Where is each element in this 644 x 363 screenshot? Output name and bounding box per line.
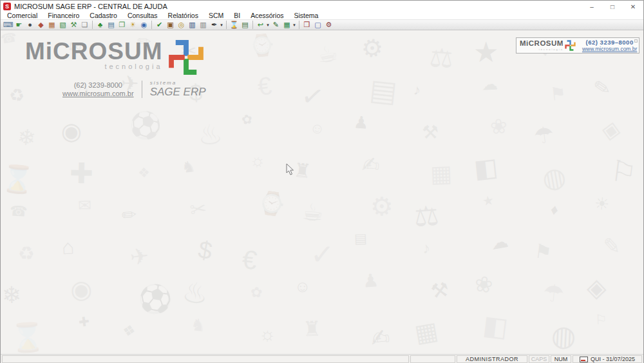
watermark-icon: ★: [473, 35, 498, 68]
watermark-icon: ♨: [180, 274, 211, 311]
grid-calendar-icon[interactable]: ▦: [281, 20, 292, 30]
system-name: SAGE ERP: [150, 86, 206, 99]
menu-item-comercial[interactable]: Comercial: [2, 12, 43, 19]
clock-coin-icon[interactable]: ⌛: [229, 20, 240, 30]
watermark-icon: ✓: [310, 237, 335, 271]
globe-icon[interactable]: ◉: [138, 20, 149, 30]
menu-item-bi[interactable]: BI: [229, 12, 245, 19]
monitor-cancel-icon[interactable]: ▢: [312, 20, 323, 30]
cart-icon[interactable]: ◆: [35, 20, 46, 30]
menu-item-scm[interactable]: SCM: [204, 12, 229, 19]
watermark-icon: ⚙: [370, 191, 393, 221]
settings-cancel-icon[interactable]: ⚙: [323, 20, 334, 30]
watermark-icon: ☎: [1, 30, 18, 47]
menu-item-acessorios[interactable]: Acessórios: [245, 12, 289, 19]
brand-website-link[interactable]: www.microsum.com.br: [62, 90, 134, 97]
watermark-icon: ✂: [188, 196, 208, 222]
gamepad-icon[interactable]: ⚒: [68, 20, 79, 30]
app-logo-icon: S: [3, 3, 11, 10]
watermark-icon: ❖: [121, 321, 137, 340]
toolbar-separator: [226, 21, 227, 29]
watermark-icon: ⚒: [430, 277, 451, 304]
watermark-icon: ☺: [294, 277, 311, 296]
watermark-icon: ✏: [121, 204, 138, 226]
watermark-icon: ♨: [196, 117, 224, 152]
status-date: QUI - 31/07/2025: [573, 355, 642, 363]
printer-cancel-icon[interactable]: ❒: [301, 20, 312, 30]
computer-icon[interactable]: ⌨: [3, 20, 14, 30]
status-user: ADMINISTRADOR: [457, 355, 527, 363]
dropdown-arrow-icon[interactable]: ▼: [266, 23, 270, 27]
watermark-icon: ⚖: [413, 199, 440, 233]
package-icon[interactable]: ▦: [46, 20, 57, 30]
maximize-button[interactable]: □: [602, 1, 623, 12]
watermark-icon: ◧: [473, 152, 499, 184]
watermark-icon: ✈: [129, 242, 151, 270]
box-icon[interactable]: ▣: [165, 20, 176, 30]
watermark-icon: ✓: [299, 79, 327, 113]
system-label: sistema: [150, 80, 206, 86]
watermark-icon: ♪: [413, 82, 421, 99]
watermark-icon: ⚐: [609, 153, 639, 191]
watermark-icon: €: [256, 72, 273, 101]
watermark-icon: ♟: [362, 270, 379, 292]
watermark-icon: ❀: [489, 113, 508, 139]
note-icon: [634, 39, 638, 43]
badge-website-link[interactable]: www.microsum.com.br: [582, 46, 637, 52]
document-clock-icon[interactable]: ❏: [79, 20, 90, 30]
folder-icon[interactable]: ▧: [57, 20, 68, 30]
watermark-icon: ♪: [422, 239, 431, 257]
hand-coin-icon[interactable]: ☛: [14, 20, 24, 30]
check-icon[interactable]: ✔: [154, 20, 165, 30]
status-panel-spare: [410, 355, 455, 363]
menu-item-cadastro[interactable]: Cadastro: [84, 12, 122, 19]
watermark-icon: €: [241, 244, 259, 276]
menu-item-sistema[interactable]: Sistema: [289, 12, 324, 19]
watermark-icon: ♻: [18, 242, 35, 264]
app-window: S MICROSUM SAGE ERP - CENTRAL DE AJUDA –…: [0, 0, 644, 363]
watermark-icon: ♟: [353, 112, 369, 133]
dropdown-arrow-icon[interactable]: ▼: [292, 23, 296, 27]
watermark-icon: ⚖: [428, 42, 454, 74]
watermark-icon: ⚑: [533, 239, 553, 264]
watermark-icon: ⌂: [61, 235, 75, 260]
search-coin-icon[interactable]: ◎: [176, 20, 187, 30]
badge-subtitle: tecnologia: [520, 48, 564, 51]
watermark-icon: ⚑: [549, 83, 567, 105]
brand-divider: [142, 81, 142, 98]
watermark-icon: ⚽: [136, 280, 174, 317]
brand-block: MiCROSUM tecnologia (62) 3239-8000 www.m…: [25, 39, 206, 99]
menu-item-relatorios[interactable]: Relatórios: [163, 12, 204, 19]
badge-logo: MiCROSUM tecnologia: [520, 40, 576, 51]
dropdown-arrow-icon[interactable]: ▼: [220, 23, 223, 27]
columns-icon[interactable]: ▥: [187, 20, 198, 30]
watermark-icon: ☼: [258, 324, 276, 346]
duck-globe-icon[interactable]: ☀: [128, 20, 138, 30]
window-controls: – □ ✕: [582, 1, 643, 12]
watermark-icon: ☺: [308, 119, 326, 138]
status-num-indicator: NUM: [551, 355, 571, 363]
minimize-button[interactable]: –: [582, 1, 602, 12]
watermark-icon: ✚: [70, 157, 94, 190]
watermark-icon: ✍: [361, 152, 380, 178]
badge-phone: (62) 3239–8000: [586, 39, 634, 46]
columns-arrows-icon[interactable]: ▥: [198, 20, 209, 30]
calendar-icon: [580, 357, 588, 362]
watermark-icon: ♜: [302, 317, 321, 342]
menu-item-financeiro[interactable]: Financeiro: [43, 12, 84, 19]
undo-arrow-icon[interactable]: ↩: [255, 20, 266, 30]
watermark-icon: ❄: [16, 123, 37, 151]
page-new-icon[interactable]: ❐: [117, 20, 128, 30]
edit-check-icon[interactable]: ✎: [270, 20, 281, 30]
plant-icon[interactable]: ♣: [95, 20, 106, 30]
picture-icon[interactable]: ▤: [106, 20, 117, 30]
watermark-icon: ☎: [9, 202, 28, 220]
toolbar-separator: [299, 21, 299, 29]
pen-icon[interactable]: ✒: [209, 20, 220, 30]
menu-item-consultas[interactable]: Consultas: [122, 12, 163, 19]
bag-icon[interactable]: ●: [24, 20, 35, 30]
pinwheel-logo-icon: [168, 39, 204, 75]
window-title: MICROSUM SAGE ERP - CENTRAL DE AJUDA: [14, 3, 167, 10]
ledger-icon[interactable]: ▤: [240, 20, 251, 30]
close-button[interactable]: ✕: [623, 1, 643, 12]
